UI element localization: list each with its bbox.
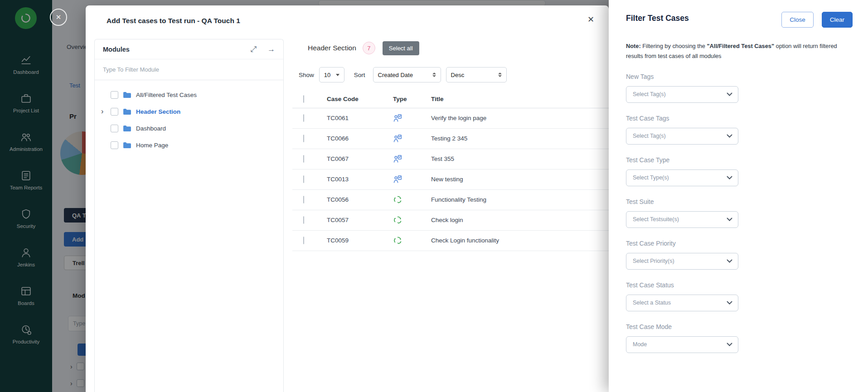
- test-case-row[interactable]: TC0056 Functionality Testing: [292, 189, 609, 210]
- person-board-icon: [393, 174, 426, 184]
- field-label: Test Case Priority: [626, 240, 853, 247]
- case-title: Check Login functionality: [426, 230, 609, 251]
- test-case-status-select[interactable]: Select a Status: [626, 295, 738, 311]
- module-tree-item-header-section[interactable]: › Header Section: [95, 103, 283, 120]
- test-case-row[interactable]: TC0066 Testing 2 345: [292, 128, 609, 149]
- module-checkbox[interactable]: [111, 108, 118, 116]
- case-count-badge: 7: [363, 42, 375, 54]
- note-prefix: Note:: [626, 43, 641, 49]
- module-label[interactable]: Home Page: [136, 142, 168, 149]
- chevron-down-icon: [336, 74, 339, 76]
- case-code: TC0013: [317, 169, 383, 189]
- row-checkbox[interactable]: [303, 114, 304, 122]
- expand-icon[interactable]: ⤢: [250, 45, 257, 54]
- select-placeholder: Mode: [633, 341, 647, 348]
- field-label: New Tags: [626, 73, 853, 80]
- module-checkbox[interactable]: [111, 91, 118, 99]
- new-tags-select[interactable]: Select Tag(s): [626, 86, 738, 103]
- module-checkbox[interactable]: [111, 141, 118, 149]
- arrow-right-icon[interactable]: →: [267, 45, 275, 54]
- sort-direction-value: Desc: [451, 72, 465, 78]
- filter-note: Note: Filtering by choosing the "All/Fil…: [626, 41, 855, 61]
- select-placeholder: Select Priority(s): [633, 258, 674, 264]
- modules-panel-title: Modules: [103, 46, 130, 53]
- sort-field-select[interactable]: Created Date: [373, 67, 441, 82]
- section-title: Header Section: [308, 44, 356, 52]
- case-title: Test 355: [426, 149, 609, 169]
- row-checkbox[interactable]: [303, 175, 304, 183]
- module-label[interactable]: All/Filtered Test Cases: [136, 92, 197, 98]
- cycle-icon: [393, 236, 426, 245]
- sort-arrows-icon: [432, 73, 436, 77]
- app-root: Dashboard Project List Administration Te…: [0, 0, 868, 392]
- row-checkbox[interactable]: [303, 216, 304, 224]
- chevron-down-icon: [727, 259, 732, 263]
- close-icon: ✕: [56, 13, 62, 21]
- case-code: TC0066: [317, 128, 383, 149]
- field-label: Test Case Mode: [626, 323, 853, 330]
- filter-field-test-case-status: Test Case Status Select a Status: [626, 281, 853, 311]
- chevron-down-icon: [727, 176, 732, 179]
- sort-label: Sort: [354, 72, 365, 78]
- chevron-down-icon: [727, 92, 732, 96]
- select-all-button[interactable]: Select all: [383, 41, 419, 55]
- drawer-close-button[interactable]: Close: [781, 12, 814, 28]
- select-all-checkbox[interactable]: [303, 95, 304, 103]
- note-text: Filtering by choosing the: [641, 43, 707, 49]
- filter-drawer: Filter Test Cases Close Clear Note: Filt…: [609, 0, 868, 392]
- sort-arrows-icon: [498, 73, 502, 77]
- module-tree-item-all-filtered[interactable]: All/Filtered Test Cases: [95, 87, 283, 103]
- column-header-type: Type: [383, 91, 426, 108]
- module-label[interactable]: Header Section: [136, 108, 180, 115]
- select-placeholder: Select Tag(s): [633, 91, 666, 97]
- module-checkbox[interactable]: [111, 125, 118, 132]
- filter-field-test-case-mode: Test Case Mode Mode: [626, 323, 853, 353]
- folder-icon: [123, 92, 131, 98]
- chevron-down-icon: [727, 301, 732, 305]
- case-code: TC0067: [317, 149, 383, 169]
- row-checkbox[interactable]: [303, 135, 304, 142]
- add-test-cases-modal: Add Test cases to Test run - QA Touch 1 …: [86, 5, 609, 392]
- filter-field-test-case-type: Test Case Type Select Type(s): [626, 156, 853, 186]
- test-case-mode-select[interactable]: Mode: [626, 336, 738, 353]
- case-title: Functionality Testing: [426, 189, 609, 210]
- drawer-clear-button[interactable]: Clear: [822, 12, 853, 28]
- module-filter-input[interactable]: [95, 59, 283, 80]
- row-checkbox[interactable]: [303, 155, 304, 163]
- chevron-right-icon[interactable]: ›: [101, 107, 103, 116]
- test-case-row[interactable]: TC0059 Check Login functionality: [292, 230, 609, 251]
- modal-close-button[interactable]: ✕: [587, 15, 594, 24]
- test-case-row[interactable]: TC0057 Check login: [292, 210, 609, 230]
- test-cases-table: Case Code Type Title TC0061 Verify the l…: [292, 91, 609, 251]
- drawer-title: Filter Test Cases: [626, 12, 689, 23]
- module-tree-item-dashboard[interactable]: Dashboard: [95, 120, 283, 137]
- filter-field-test-case-tags: Test Case Tags Select Tag(s): [626, 115, 853, 145]
- sort-direction-select[interactable]: Desc: [446, 67, 507, 82]
- show-count-select[interactable]: 10: [319, 67, 344, 82]
- row-checkbox[interactable]: [303, 196, 304, 203]
- chevron-down-icon: [727, 134, 732, 138]
- module-label[interactable]: Dashboard: [136, 125, 166, 132]
- test-case-row[interactable]: TC0061 Verify the login page: [292, 108, 609, 128]
- module-tree-item-home-page[interactable]: Home Page: [95, 137, 283, 154]
- column-header-case-code: Case Code: [317, 91, 383, 108]
- sort-field-value: Created Date: [378, 72, 413, 78]
- modules-panel: Modules ⤢ → All/Filtered Test Cases: [94, 39, 284, 392]
- test-case-row[interactable]: TC0067 Test 355: [292, 149, 609, 169]
- select-placeholder: Select Type(s): [633, 174, 669, 181]
- row-checkbox[interactable]: [303, 237, 304, 244]
- test-case-priority-select[interactable]: Select Priority(s): [626, 253, 738, 270]
- filter-field-new-tags: New Tags Select Tag(s): [626, 73, 853, 103]
- test-suite-select[interactable]: Select Testsuite(s): [626, 211, 738, 228]
- test-case-row[interactable]: TC0013 New testing: [292, 169, 609, 189]
- select-placeholder: Select a Status: [633, 300, 671, 306]
- field-label: Test Case Tags: [626, 115, 853, 122]
- cycle-icon: [393, 195, 426, 204]
- folder-icon: [123, 125, 131, 132]
- select-placeholder: Select Testsuite(s): [633, 216, 679, 223]
- test-case-type-select[interactable]: Select Type(s): [626, 169, 738, 186]
- test-case-tags-select[interactable]: Select Tag(s): [626, 128, 738, 145]
- case-title: Verify the login page: [426, 108, 609, 128]
- drawer-close-circle-button[interactable]: ✕: [50, 9, 67, 26]
- select-placeholder: Select Tag(s): [633, 133, 666, 139]
